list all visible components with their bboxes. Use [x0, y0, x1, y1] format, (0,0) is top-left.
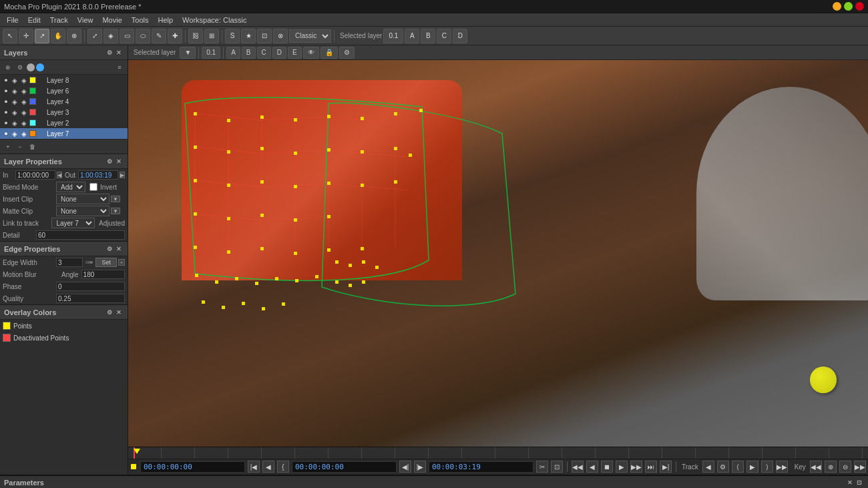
menu-file[interactable]: File: [3, 15, 23, 25]
rect-btn[interactable]: ▭: [120, 29, 134, 43]
overlay-colors-settings-btn[interactable]: ⚙: [105, 308, 114, 317]
key-del-btn[interactable]: ⊖: [839, 461, 851, 473]
maximize-btn[interactable]: [844, 2, 853, 11]
menu-help[interactable]: Help: [154, 15, 177, 25]
layer-7-vis[interactable]: ●: [1, 130, 11, 137]
viewer-gear-btn[interactable]: ⚙: [339, 47, 355, 59]
loop-btn[interactable]: ⊡: [551, 461, 563, 473]
track-back-btn[interactable]: ◀: [702, 461, 714, 473]
layers-gear-btn[interactable]: ⚙: [15, 62, 25, 73]
layer-2-vis[interactable]: ●: [1, 119, 11, 126]
in-point-btn[interactable]: {: [277, 461, 289, 473]
menu-edit[interactable]: Edit: [24, 15, 45, 25]
params-expand-btn[interactable]: ⊡: [855, 478, 864, 487]
layer-row-6[interactable]: ● ◈ ◈ Layer 6: [0, 85, 128, 96]
matte-clip-select[interactable]: None: [56, 206, 110, 216]
out-btn[interactable]: ▶: [120, 172, 125, 178]
track-settings-btn[interactable]: ⚙: [717, 461, 729, 473]
invert-check[interactable]: [89, 183, 97, 191]
layers-trash-btn[interactable]: 🗑: [27, 142, 37, 152]
detail-input[interactable]: [36, 230, 125, 240]
viewer-b-btn[interactable]: B: [242, 47, 256, 59]
viewer-show-btn[interactable]: 👁: [303, 47, 319, 59]
out-time-input[interactable]: [78, 170, 118, 180]
edge-props-settings-btn[interactable]: ⚙: [105, 244, 114, 254]
viewer-e-btn[interactable]: E: [288, 47, 302, 59]
zoom-tool-btn[interactable]: ⊕: [67, 29, 81, 43]
transform-btn[interactable]: ⤢: [87, 29, 102, 43]
viewer-c-btn[interactable]: C: [257, 47, 271, 59]
viewer-d-btn[interactable]: D: [272, 47, 286, 59]
play-fwd-btn[interactable]: ▶: [616, 461, 628, 473]
grid-btn[interactable]: ⊞: [204, 29, 219, 43]
viewer-zoom-btn[interactable]: 0.1: [202, 47, 220, 59]
edge-width-add-btn[interactable]: +: [118, 259, 125, 266]
pan-tool-btn[interactable]: ✋: [51, 29, 65, 43]
s-btn[interactable]: S: [225, 29, 240, 43]
viewer-a-btn[interactable]: A: [226, 47, 240, 59]
in-point-display[interactable]: [292, 461, 397, 473]
blend-mode-select[interactable]: Add: [56, 182, 85, 192]
workspace-select[interactable]: Classic: [289, 29, 331, 43]
menu-movie[interactable]: Movie: [98, 15, 126, 25]
track-next-btn[interactable]: ⟩: [761, 461, 773, 473]
timeline-ruler[interactable]: [128, 447, 868, 459]
angle-input-edge[interactable]: [81, 270, 125, 279]
stop-btn[interactable]: ⏹: [601, 461, 613, 473]
points-color-swatch[interactable]: [3, 322, 11, 330]
params-close-btn[interactable]: ✕: [845, 478, 855, 487]
pen-btn[interactable]: ✎: [152, 29, 166, 43]
menu-view[interactable]: View: [73, 15, 97, 25]
edge-props-close-btn[interactable]: ✕: [114, 244, 124, 254]
layers-settings-btn[interactable]: ⚙: [105, 48, 114, 57]
key-add-btn[interactable]: ⊕: [825, 461, 837, 473]
quality-input[interactable]: [56, 294, 125, 303]
layer-zoom-btn[interactable]: 0.1: [383, 29, 403, 43]
layers-subtract-btn[interactable]: −: [15, 142, 25, 152]
step-back-btn[interactable]: ◀: [262, 461, 274, 473]
key-prev-btn[interactable]: ◀◀: [810, 461, 822, 473]
track-play-btn[interactable]: ▶: [746, 461, 758, 473]
go-start-btn[interactable]: |◀: [248, 461, 260, 473]
layer-row-7[interactable]: ● ◈ ◈ Layer 7: [0, 128, 128, 139]
overlay-colors-close-btn[interactable]: ✕: [114, 308, 124, 317]
move-tool-btn[interactable]: ✛: [19, 29, 33, 43]
matte-clip-btn[interactable]: ▼: [111, 208, 120, 214]
insert-clip-btn[interactable]: ▼: [111, 196, 120, 202]
menu-workspace[interactable]: Workspace: Classic: [178, 15, 250, 25]
layer-selector-btn[interactable]: ▼: [180, 47, 196, 59]
link-to-track-select[interactable]: Layer 7: [51, 218, 95, 228]
layers-add-bottom-btn[interactable]: +: [3, 142, 13, 152]
layer-btn-d[interactable]: D: [453, 29, 467, 43]
play-back-1-btn[interactable]: ◀: [586, 461, 598, 473]
layer-btn-b[interactable]: B: [421, 29, 435, 43]
key-next-btn[interactable]: ▶▶: [854, 461, 866, 473]
cursor-tool-btn[interactable]: ↗: [35, 29, 49, 43]
menu-tools[interactable]: Tools: [128, 15, 153, 25]
track-fwd-btn[interactable]: ▶▶: [776, 461, 788, 473]
layer-row-4[interactable]: ● ◈ ◈ Layer 4: [0, 96, 128, 107]
current-time-display[interactable]: [140, 461, 245, 473]
track-prev-btn[interactable]: ⟨: [732, 461, 744, 473]
star-btn[interactable]: ★: [241, 29, 256, 43]
clip-btn[interactable]: ✂: [536, 461, 548, 473]
layer-4-vis[interactable]: ●: [1, 98, 11, 105]
layers-add-btn[interactable]: ⊕: [3, 62, 13, 73]
layer-6-vis[interactable]: ●: [1, 87, 11, 94]
close-btn[interactable]: [855, 2, 864, 11]
ellipse-btn[interactable]: ⬭: [136, 29, 150, 43]
link-btn[interactable]: ⛓: [188, 29, 203, 43]
layers-circle-btn[interactable]: [27, 63, 35, 71]
canvas-view[interactable]: [128, 60, 868, 447]
arrow-tool-btn[interactable]: ↖: [3, 29, 17, 43]
out-point-btn[interactable]: |▶: [414, 461, 426, 473]
deactivated-color-swatch[interactable]: [3, 334, 11, 342]
warp-btn[interactable]: ◈: [103, 29, 118, 43]
layer-btn-a[interactable]: A: [405, 29, 419, 43]
layers-close-btn[interactable]: ✕: [114, 48, 124, 57]
layer-row-3[interactable]: ● ◈ ◈ Layer 3: [0, 107, 128, 117]
out-point-display[interactable]: [429, 461, 533, 473]
layers-color-btn[interactable]: [36, 63, 44, 71]
layer-row-8[interactable]: ● ◈ ◈ Layer 8: [0, 75, 128, 85]
insert-clip-select[interactable]: None: [56, 194, 110, 204]
